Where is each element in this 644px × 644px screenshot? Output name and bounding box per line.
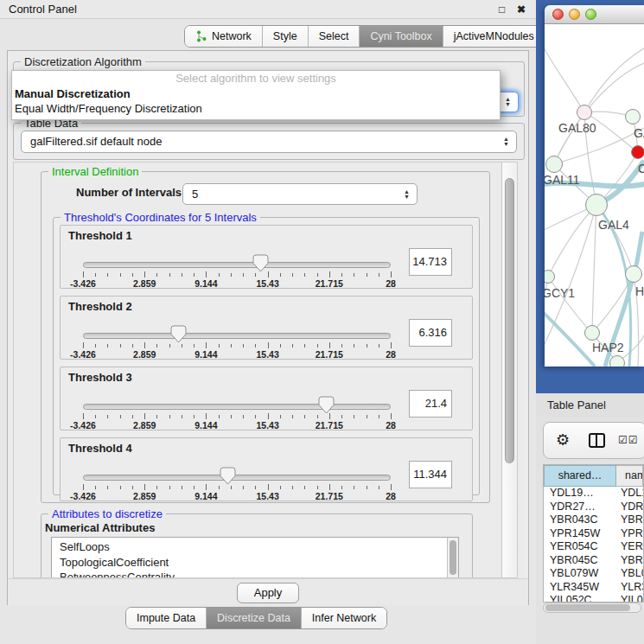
threshold-slider-track[interactable] bbox=[83, 404, 391, 410]
table-row[interactable]: YBR045CYBR0 bbox=[544, 554, 643, 568]
tab-label: Discretize Data bbox=[217, 612, 290, 624]
algorithm-dropdown-popup: Select algorithm to view settings Manual… bbox=[11, 70, 501, 120]
table-cell: YBL0 bbox=[616, 567, 643, 581]
tab-discretize-data[interactable]: Discretize Data bbox=[206, 608, 301, 628]
threshold-slider-track[interactable] bbox=[83, 475, 391, 481]
tab-cyni-toolbox[interactable]: Cyni Toolbox bbox=[359, 26, 442, 47]
column-header[interactable]: name bbox=[616, 465, 643, 487]
tab-infer-network[interactable]: Infer Network bbox=[301, 608, 386, 628]
spinner-icon: ▲▼ bbox=[505, 92, 511, 112]
window-minimize-button[interactable] bbox=[569, 9, 580, 20]
number-of-intervals-combobox[interactable]: 5 ▲▼ bbox=[182, 183, 418, 205]
tab-select[interactable]: Select bbox=[308, 26, 360, 47]
table-row[interactable]: YPR145WYPR1 bbox=[544, 527, 643, 541]
table-cell: YBR0 bbox=[616, 513, 643, 527]
numerical-attributes-label: Numerical Attributes bbox=[45, 521, 155, 534]
interval-definition-group: Interval Definition Number of Intervals … bbox=[41, 171, 490, 503]
network-window-titlebar bbox=[545, 5, 644, 24]
table-cell: YBR0 bbox=[616, 554, 643, 568]
network-icon bbox=[195, 30, 207, 42]
tab-label: Select bbox=[319, 30, 349, 42]
table-row[interactable]: YDR27…YDR2 bbox=[544, 501, 643, 514]
algorithm-option[interactable]: Equal Width/Frequency Discretization bbox=[12, 101, 500, 116]
table-row[interactable]: YIL052CYIL0 bbox=[544, 594, 643, 603]
threshold-slider-thumb[interactable] bbox=[318, 396, 335, 414]
window-zoom-button[interactable] bbox=[585, 9, 596, 20]
table-cell: YDR2 bbox=[616, 501, 643, 514]
table-row[interactable]: YBR043CYBR0 bbox=[544, 513, 643, 527]
threshold-slider-track[interactable] bbox=[83, 333, 391, 339]
tab-network[interactable]: Network bbox=[185, 26, 262, 47]
threshold-value-field[interactable]: 11.344 bbox=[409, 461, 452, 488]
bottom-tab-bar: Impute Data Discretize Data Infer Networ… bbox=[125, 607, 387, 629]
node-label: GA bbox=[634, 126, 644, 140]
columns-icon[interactable] bbox=[589, 433, 605, 448]
threshold-card: Threshold 1 -3.4262.8599.14415.4321.7152… bbox=[60, 225, 473, 289]
list-scrollbar-thumb[interactable] bbox=[450, 540, 456, 575]
node-gal11[interactable] bbox=[545, 156, 563, 173]
settings-scroll-panel: Interval Definition Number of Intervals … bbox=[13, 162, 518, 578]
threshold-slider-thumb[interactable] bbox=[170, 325, 187, 343]
number-of-intervals-label: Number of Intervals bbox=[76, 186, 182, 199]
node-ga[interactable] bbox=[625, 109, 641, 124]
tab-label: Style bbox=[273, 30, 297, 42]
window-close-button[interactable] bbox=[552, 9, 564, 20]
discretization-algorithm-label: Discretization Algorithm bbox=[21, 55, 145, 68]
table-cell: YIL0 bbox=[616, 594, 643, 603]
network-canvas[interactable]: GAL80GACGAL11GAL4GCY1HHAP2 bbox=[545, 24, 644, 367]
checkbox-icons[interactable]: ☑☑ bbox=[618, 434, 639, 446]
threshold-slider-track[interactable] bbox=[83, 262, 391, 268]
control-panel-title: Control Panel bbox=[9, 3, 77, 16]
table-row[interactable]: YDL19…YDL1 bbox=[544, 487, 643, 501]
table-data-group: Table Data galFiltered.sif default node … bbox=[13, 123, 525, 160]
panel-scrollbar-thumb[interactable] bbox=[505, 178, 514, 463]
threshold-value-field[interactable]: 21.4 bbox=[409, 390, 452, 418]
table-cell: YER054C bbox=[544, 540, 616, 554]
node-c[interactable] bbox=[631, 145, 644, 159]
table-cell: YBR043C bbox=[544, 513, 616, 527]
table-cell: YDL1 bbox=[616, 487, 643, 501]
numerical-attributes-list[interactable]: SelfLoopsTopologicalCoefficientBetweenne… bbox=[51, 537, 459, 578]
table-hscrollbar[interactable] bbox=[543, 603, 641, 613]
float-icon[interactable]: □ bbox=[499, 3, 505, 16]
list-scrollbar[interactable] bbox=[447, 538, 458, 578]
right-column: GAL80GACGAL11GAL4GCY1HHAP2 Table Panel ⚙… bbox=[536, 0, 644, 644]
attribute-item[interactable]: SelfLoops bbox=[60, 539, 458, 555]
column-header[interactable]: shared… bbox=[544, 465, 616, 487]
node[interactable] bbox=[609, 355, 625, 367]
tab-impute-data[interactable]: Impute Data bbox=[126, 608, 206, 628]
attribute-item[interactable]: TopologicalCoefficient bbox=[60, 555, 458, 571]
apply-button[interactable]: Apply bbox=[237, 583, 299, 603]
interval-definition-label: Interval Definition bbox=[48, 165, 142, 178]
attributes-group: Attributes to discretize Numerical Attri… bbox=[41, 513, 473, 578]
table-data-combobox[interactable]: galFiltered.sif default node ▲▼ bbox=[21, 131, 517, 153]
table-hscrollbar-thumb[interactable] bbox=[545, 604, 630, 611]
node-gal4[interactable] bbox=[585, 194, 608, 216]
threshold-label: Threshold 2 bbox=[68, 300, 132, 313]
algorithm-option[interactable]: Manual Discretization bbox=[12, 86, 500, 101]
tab-label: Network bbox=[212, 30, 252, 42]
threshold-slider-thumb[interactable] bbox=[220, 467, 236, 485]
close-icon[interactable]: ✖ bbox=[517, 3, 526, 16]
threshold-value-field[interactable]: 14.713 bbox=[409, 248, 452, 276]
threshold-value-field[interactable]: 6.316 bbox=[409, 319, 452, 347]
tab-style[interactable]: Style bbox=[262, 26, 308, 47]
node-hap2[interactable] bbox=[584, 325, 600, 341]
tab-jactivemnodules[interactable]: jActiveMNodules bbox=[443, 26, 545, 47]
node-table: shared…name YDL19…YDL1YDR27…YDR2YBR043CY… bbox=[543, 464, 644, 603]
attribute-item[interactable]: BetweennessCentrality bbox=[60, 570, 458, 578]
attributes-group-label: Attributes to discretize bbox=[48, 507, 166, 520]
table-row[interactable]: YLR345WYLR3 bbox=[544, 581, 643, 595]
node-gal80[interactable] bbox=[577, 105, 592, 120]
table-cell: YPR1 bbox=[616, 527, 643, 541]
table-row[interactable]: YER054CYER0 bbox=[544, 540, 643, 554]
panel-scrollbar[interactable] bbox=[501, 163, 517, 577]
spinner-icon: ▲▼ bbox=[404, 184, 410, 204]
threshold-slider-thumb[interactable] bbox=[252, 254, 269, 272]
node-h[interactable] bbox=[625, 265, 642, 283]
top-tab-bar: Network Style Select Cyni Toolbox jActiv… bbox=[184, 25, 545, 48]
table-row[interactable]: YBL079WYBL0 bbox=[544, 567, 643, 581]
gear-icon[interactable]: ⚙ bbox=[556, 430, 570, 450]
table-cell: YLR3 bbox=[616, 581, 643, 595]
node-label: GAL4 bbox=[598, 218, 629, 232]
